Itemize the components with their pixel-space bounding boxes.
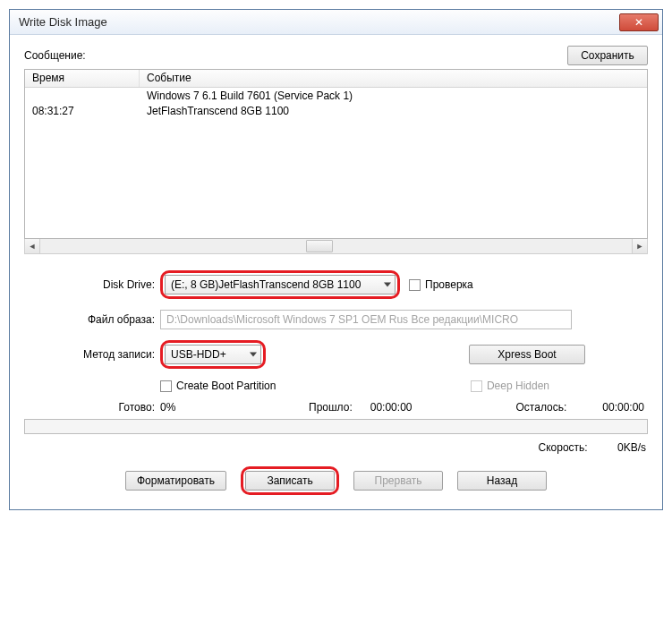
write-disk-image-window: Write Disk Image ✕ Сообщение: Сохранить … [9,9,663,510]
highlight-write-button: Записать [241,466,339,495]
chevron-down-icon [384,283,391,287]
format-button[interactable]: Форматировать [125,471,226,491]
verify-label: Проверка [425,278,473,291]
elapsed-label: Прошло: [309,401,353,414]
log-body: Windows 7 6.1 Build 7601 (Service Pack 1… [25,88,647,238]
ready-label: Готово: [24,401,160,414]
deep-hidden-label: Deep Hidden [487,380,549,392]
scroll-left-icon[interactable]: ◄ [25,239,40,253]
log-list: Время Событие Windows 7 6.1 Build 7601 (… [24,69,648,239]
log-scrollbar[interactable]: ◄ ► [24,239,648,254]
write-method-select[interactable]: USB-HDD+ [165,345,261,364]
log-row: 08:31:27 JetFlashTranscend 8GB 1100 [25,105,647,120]
image-file-field[interactable]: D:\Downloads\Microsoft Windows 7 SP1 OEM… [160,310,572,329]
window-title: Write Disk Image [19,15,107,29]
back-button[interactable]: Назад [457,471,547,491]
create-boot-label: Create Boot Partition [176,380,276,392]
scroll-track[interactable] [40,239,632,253]
disk-drive-select[interactable]: (E:, 8 GB)JetFlashTranscend 8GB 1100 [165,275,396,294]
disk-drive-label: Disk Drive: [24,278,160,291]
deep-hidden-checkbox[interactable] [471,380,482,392]
scroll-thumb[interactable] [306,240,333,252]
image-file-label: Файл образа: [24,313,160,326]
abort-button[interactable]: Прервать [353,471,443,491]
close-icon: ✕ [634,16,643,29]
close-button[interactable]: ✕ [619,13,659,31]
chevron-down-icon [250,353,257,357]
log-row: Windows 7 6.1 Build 7601 (Service Pack 1… [25,90,647,105]
create-boot-checkbox[interactable] [160,380,172,392]
content-area: Сообщение: Сохранить Время Событие Windo… [10,35,662,509]
remain-label: Осталось: [516,401,567,414]
titlebar: Write Disk Image ✕ [10,10,662,35]
log-column-time[interactable]: Время [25,70,140,87]
speed-label: Скорость: [538,441,587,454]
xpress-boot-button[interactable]: Xpress Boot [469,345,585,364]
remain-value: 00:00:00 [602,401,644,414]
scroll-right-icon[interactable]: ► [632,239,647,253]
log-header: Время Событие [25,70,647,88]
verify-checkbox[interactable] [409,279,421,291]
highlight-disk-drive: (E:, 8 GB)JetFlashTranscend 8GB 1100 [160,270,400,299]
message-label: Сообщение: [24,49,86,62]
elapsed-value: 00:00:00 [370,401,413,414]
speed-value: 0KB/s [617,441,646,454]
ready-value: 0% [160,401,205,414]
highlight-write-method: USB-HDD+ [160,340,266,369]
write-button[interactable]: Записать [245,471,335,491]
progress-bar [24,419,648,434]
save-button[interactable]: Сохранить [567,46,648,65]
write-method-label: Метод записи: [24,348,160,361]
log-column-event[interactable]: Событие [140,70,647,87]
